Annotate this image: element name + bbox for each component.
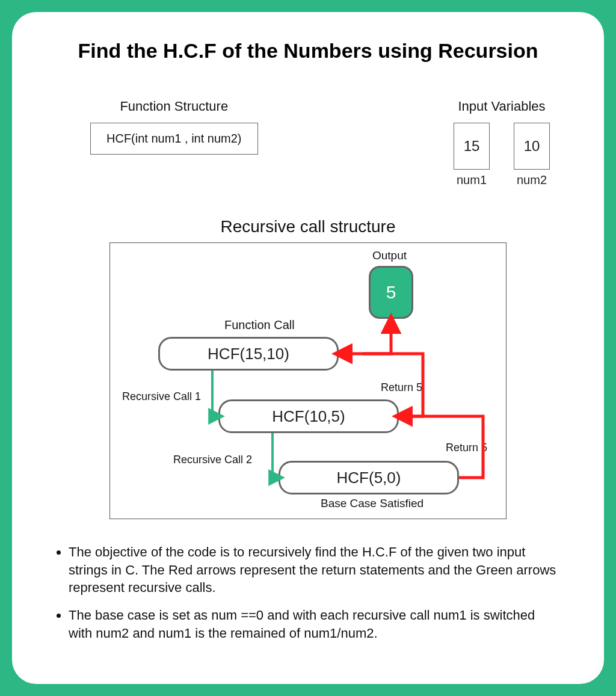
recursive-call-1-label: Recursive Call 1 — [122, 390, 201, 403]
input-variables-row: 15 num1 10 num2 — [454, 123, 550, 187]
function-signature-box: HCF(int num1 , int num2) — [90, 123, 258, 155]
output-box: 5 — [369, 266, 413, 319]
top-row: Function Structure HCF(int num1 , int nu… — [42, 99, 574, 187]
recursive-frame: Output 5 Function Call HCF(15,10) HCF(10… — [109, 242, 507, 519]
base-case-label: Base Case Satisfied — [321, 497, 424, 510]
call-box-3: HCF(5,0) — [279, 461, 459, 494]
num1-cell: 15 num1 — [454, 123, 490, 187]
num1-name: num1 — [457, 173, 487, 187]
num2-value-box: 10 — [514, 123, 550, 170]
output-arrow — [363, 321, 391, 354]
input-variables-block: Input Variables 15 num1 10 num2 — [454, 99, 550, 187]
input-variables-label: Input Variables — [454, 99, 550, 114]
call-box-2: HCF(10,5) — [218, 399, 399, 433]
return-2-label: Return 5 — [446, 442, 487, 454]
function-structure-label: Function Structure — [90, 99, 258, 114]
description-list: The objective of the code is to recursiv… — [42, 543, 574, 642]
page-title: Find the H.C.F of the Numbers using Recu… — [42, 39, 574, 63]
function-call-label: Function Call — [224, 318, 295, 332]
return-1-label: Return 5 — [381, 381, 422, 394]
diagram-card: Find the H.C.F of the Numbers using Recu… — [12, 12, 604, 684]
bullet-2: The base case is set as num ==0 and with… — [69, 606, 562, 642]
num1-value-box: 15 — [454, 123, 490, 170]
call-box-1: HCF(15,10) — [158, 337, 339, 371]
function-structure-block: Function Structure HCF(int num1 , int nu… — [90, 99, 258, 155]
num2-cell: 10 num2 — [514, 123, 550, 187]
num2-name: num2 — [517, 173, 547, 187]
recursive-call-1-arrow — [212, 371, 218, 416]
bullet-1: The objective of the code is to recursiv… — [69, 543, 562, 597]
recursive-structure-title: Recursive call structure — [42, 217, 574, 236]
recursive-call-2-label: Recursive Call 2 — [173, 454, 252, 466]
recursive-call-2-arrow — [273, 433, 279, 478]
output-label: Output — [372, 249, 407, 262]
